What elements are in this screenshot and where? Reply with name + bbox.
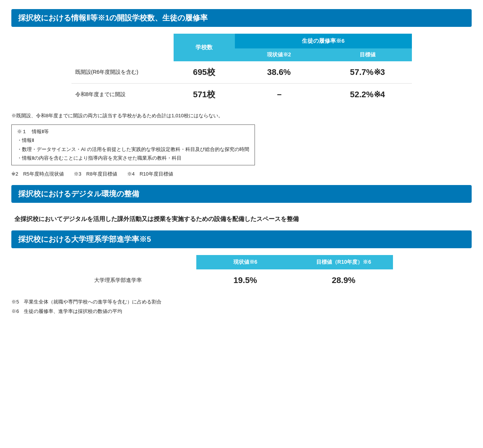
table2-wrap: 現状値※6 目標値（R10年度）※6 大学理系学部進学率 19.5% 28.9% [11, 255, 472, 291]
note-main: ※既開設、令和8年度までに開設の両方に該当する学校があるため合計は1,010校に… [11, 112, 472, 120]
section2-description: 全採択校においてデジタルを活用した課外活動又は授業を実施するための設備を配備した… [14, 214, 472, 224]
th-current: 現状値※2 [235, 48, 323, 61]
row2-schools: 571校 [174, 84, 235, 106]
table-row: 大学理系学部進学率 19.5% 28.9% [90, 269, 393, 291]
section2: 採択校におけるデジタル環境の整備 全採択校においてデジタルを活用した課外活動又は… [11, 185, 472, 224]
th-schools: 学校数 [174, 34, 235, 61]
footnote-box: ※１ 情報Ⅱ等 ・情報Ⅱ ・数理・データサイエンス・AI の活用を前提とした実践… [11, 124, 255, 165]
footnote-line1: ※１ 情報Ⅱ等 [17, 127, 249, 136]
table1-wrap: 学校数 生徒の履修率※6 現状値※2 目標値 既開設(R6年度開設を含む) 69… [11, 34, 472, 106]
th2-target: 目標値（R10年度）※6 [295, 255, 393, 269]
table2: 現状値※6 目標値（R10年度）※6 大学理系学部進学率 19.5% 28.9% [90, 255, 393, 291]
row3-label: 大学理系学部進学率 [90, 269, 196, 291]
section1-title: 採択校における情報Ⅱ等※1の開設学校数、生徒の履修率 [11, 9, 472, 27]
section2-title: 採択校におけるデジタル環境の整備 [11, 185, 472, 203]
row1-label: 既開設(R6年度開設を含む) [71, 61, 174, 84]
notes-section1: ※既開設、令和8年度までに開設の両方に該当する学校があるため合計は1,010校に… [11, 112, 472, 178]
row2-label: 令和8年度までに開設 [71, 84, 174, 106]
row3-target: 28.9% [295, 269, 393, 291]
row3-current: 19.5% [196, 269, 295, 291]
footnote-line3: ・数理・データサイエンス・AI の活用を前提とした実践的な学校設定教科・科目及び… [17, 145, 249, 154]
row2-target: 52.2%※4 [323, 84, 412, 106]
row1-schools: 695校 [174, 61, 235, 84]
footnote-inline: ※2 R5年度時点現状値 ※3 R8年度目標値 ※4 R10年度目標値 [11, 170, 472, 178]
footnote6: ※6 生徒の履修率、進学率は採択校の数値の平均 [11, 307, 472, 316]
th-completion: 生徒の履修率※6 [235, 34, 412, 48]
footnote5: ※5 卒業生全体（就職や専門学校への進学等を含む）に占める割合 [11, 297, 472, 307]
row1-current: 38.6% [235, 61, 323, 84]
table-row: 令和8年度までに開設 571校 － 52.2%※4 [71, 84, 412, 106]
footnotes-bottom: ※5 卒業生全体（就職や専門学校への進学等を含む）に占める割合 ※6 生徒の履修… [11, 297, 472, 316]
footnote-line4: ・情報Ⅱの内容を含むことにより指導内容を充実させた職業系の教科・科目 [17, 154, 249, 162]
section3: 採択校における大学理系学部進学率※5 現状値※6 目標値（R10年度）※6 大学… [11, 230, 472, 316]
th2-current: 現状値※6 [196, 255, 295, 269]
th-target: 目標値 [323, 48, 412, 61]
row1-target: 57.7%※3 [323, 61, 412, 84]
footnote-line2: ・情報Ⅱ [17, 136, 249, 145]
table-row: 既開設(R6年度開設を含む) 695校 38.6% 57.7%※3 [71, 61, 412, 84]
row2-current: － [235, 84, 323, 106]
section3-title: 採択校における大学理系学部進学率※5 [11, 230, 472, 248]
table1: 学校数 生徒の履修率※6 現状値※2 目標値 既開設(R6年度開設を含む) 69… [71, 34, 412, 106]
